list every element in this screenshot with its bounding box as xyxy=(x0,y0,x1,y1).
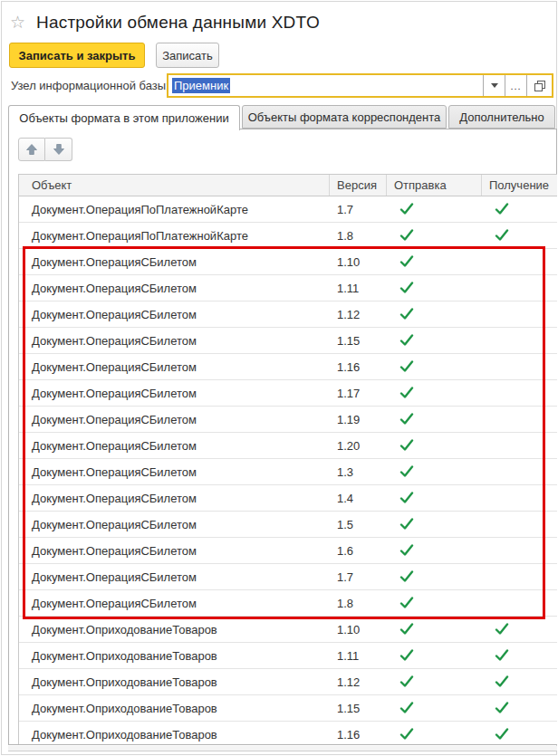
receive-cell xyxy=(482,433,557,458)
object-cell: Документ.ОперацияСБилетом xyxy=(19,485,330,511)
column-header-receive[interactable]: Получение xyxy=(482,175,557,196)
receive-cell xyxy=(482,354,557,379)
save-button[interactable]: Записать xyxy=(156,43,219,68)
receive-cell xyxy=(482,196,557,222)
version-cell: 1.12 xyxy=(330,669,387,694)
infobase-node-label: Узел информационной базы: xyxy=(11,73,169,98)
open-in-window-button[interactable] xyxy=(526,75,552,96)
check-icon xyxy=(399,570,414,583)
table-row[interactable]: Документ.ОперацияСБилетом1.19 xyxy=(19,407,557,433)
send-cell xyxy=(387,485,482,511)
table-row[interactable]: Документ.ОперацияСБилетом1.3 xyxy=(19,459,557,485)
check-icon xyxy=(399,675,414,688)
table-row[interactable]: Документ.ОперацияСБилетом1.4 xyxy=(19,485,557,512)
page-title: Настройки обмена данными XDTO xyxy=(36,13,320,33)
table-row[interactable]: Документ.ОприходованиеТоваров1.15 xyxy=(19,695,557,722)
check-icon xyxy=(495,675,509,688)
check-icon xyxy=(399,255,414,268)
object-cell: Документ.ОприходованиеТоваров xyxy=(19,722,330,744)
save-and-close-button[interactable]: Записать и закрыть xyxy=(9,43,145,68)
table-row[interactable]: Документ.ОперацияПоПлатежнойКарте1.7 xyxy=(19,196,557,223)
send-cell xyxy=(387,722,482,744)
version-cell: 1.11 xyxy=(330,275,387,301)
move-up-button[interactable] xyxy=(18,138,45,161)
version-cell: 1.4 xyxy=(330,485,387,511)
object-cell: Документ.ОперацияСБилетом xyxy=(19,328,330,353)
table-row[interactable]: Документ.ОприходованиеТоваров1.16 xyxy=(19,722,557,744)
column-header-send[interactable]: Отправка xyxy=(387,175,482,196)
favorite-star-icon[interactable]: ☆ xyxy=(10,13,30,33)
table-row[interactable]: Документ.ОприходованиеТоваров1.11 xyxy=(19,643,557,669)
check-icon xyxy=(399,623,414,636)
column-header-version[interactable]: Версия xyxy=(330,175,387,196)
send-cell xyxy=(387,512,482,537)
table-row[interactable]: Документ.ОперацияСБилетом1.6 xyxy=(19,538,557,564)
send-cell xyxy=(387,643,482,668)
receive-cell xyxy=(482,249,557,274)
send-cell xyxy=(387,695,482,721)
object-cell: Документ.ОперацияСБилетом xyxy=(19,407,330,432)
ellipsis-button[interactable]: ... xyxy=(505,75,526,96)
send-cell xyxy=(387,590,482,616)
receive-cell xyxy=(482,328,557,353)
check-icon xyxy=(399,334,414,347)
infobase-node-field[interactable]: Приемник ... xyxy=(167,73,553,98)
send-cell xyxy=(387,249,482,274)
receive-cell xyxy=(482,564,557,589)
column-header-object[interactable]: Объект xyxy=(19,175,330,196)
version-cell: 1.5 xyxy=(330,512,387,537)
check-icon xyxy=(399,439,414,452)
object-cell: Документ.ОприходованиеТоваров xyxy=(19,669,330,694)
table-row[interactable]: Документ.ОперацияСБилетом1.5 xyxy=(19,512,557,538)
object-cell: Документ.ОперацияСБилетом xyxy=(19,301,330,327)
check-icon xyxy=(399,728,414,741)
check-icon xyxy=(399,702,414,714)
send-cell xyxy=(387,538,482,563)
tab-format-objects-correspondent[interactable]: Объекты формата корреспондента xyxy=(242,105,447,129)
table-row[interactable]: Документ.ОприходованиеТоваров1.12 xyxy=(19,669,557,695)
receive-cell xyxy=(482,590,557,616)
version-cell: 1.19 xyxy=(330,407,387,432)
receive-cell xyxy=(482,459,557,484)
move-down-button[interactable] xyxy=(45,138,72,161)
table-row[interactable]: Документ.ОперацияСБилетом1.11 xyxy=(19,275,557,301)
infobase-node-input[interactable]: Приемник xyxy=(168,75,483,96)
receive-cell xyxy=(482,617,557,642)
table-row[interactable]: Документ.ОперацияСБилетом1.7 xyxy=(19,564,557,590)
tab-format-objects-this-app[interactable]: Объекты формата в этом приложении xyxy=(8,105,240,130)
table-row[interactable]: Документ.ОперацияСБилетом1.8 xyxy=(19,590,557,617)
version-cell: 1.8 xyxy=(330,223,387,248)
table-row[interactable]: Документ.ОприходованиеТоваров1.10 xyxy=(19,617,557,643)
send-cell xyxy=(387,380,482,406)
tab-content-panel: Объект Версия Отправка Получение Докумен… xyxy=(8,129,557,745)
table-row[interactable]: Документ.ОперацияСБилетом1.15 xyxy=(19,328,557,354)
check-icon xyxy=(399,308,414,321)
check-icon xyxy=(495,702,509,714)
ellipsis-icon: ... xyxy=(510,81,521,91)
receive-cell xyxy=(482,485,557,511)
check-icon xyxy=(399,387,414,399)
receive-cell xyxy=(482,669,557,694)
receive-cell xyxy=(482,407,557,432)
object-table: Объект Версия Отправка Получение Докумен… xyxy=(18,174,557,744)
version-cell: 1.6 xyxy=(330,538,387,563)
send-cell xyxy=(387,275,482,301)
table-row[interactable]: Документ.ОперацияСБилетом1.16 xyxy=(19,354,557,380)
version-cell: 1.20 xyxy=(330,433,387,458)
tab-bar: Объекты формата в этом приложении Объект… xyxy=(8,105,555,129)
table-row[interactable]: Документ.ОперацияСБилетом1.17 xyxy=(19,380,557,407)
send-cell xyxy=(387,223,482,248)
object-cell: Документ.ОперацияПоПлатежнойКарте xyxy=(19,223,330,248)
table-row[interactable]: Документ.ОперацияСБилетом1.12 xyxy=(19,301,557,328)
check-icon xyxy=(495,229,509,242)
tab-additional[interactable]: Дополнительно xyxy=(448,105,555,129)
table-row[interactable]: Документ.ОперацияСБилетом1.10 xyxy=(19,249,557,275)
table-row[interactable]: Документ.ОперацияСБилетом1.20 xyxy=(19,433,557,459)
version-cell: 1.17 xyxy=(330,380,387,406)
dropdown-button[interactable] xyxy=(483,75,505,96)
version-cell: 1.16 xyxy=(330,722,387,744)
send-cell xyxy=(387,407,482,432)
bottom-scrollbar-track[interactable] xyxy=(8,746,557,751)
window-header: ☆ Настройки обмена данными XDTO xyxy=(2,9,556,36)
table-row[interactable]: Документ.ОперацияПоПлатежнойКарте1.8 xyxy=(19,223,557,249)
